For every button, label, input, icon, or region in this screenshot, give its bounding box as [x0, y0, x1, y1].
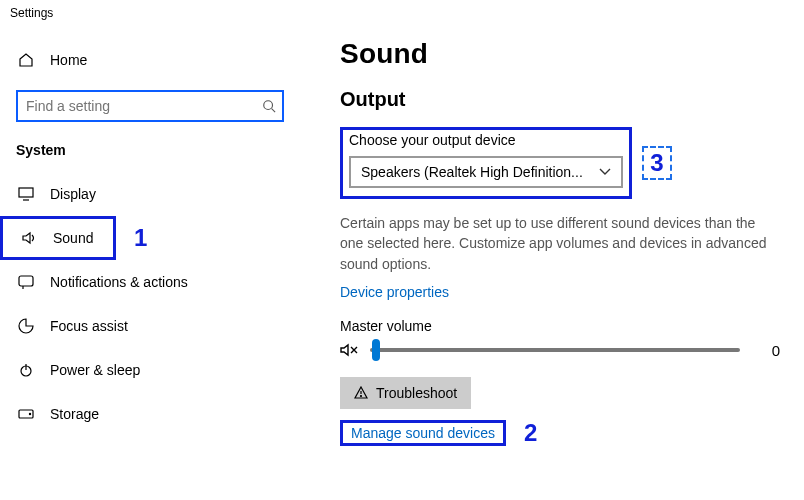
warning-icon: [354, 386, 368, 400]
search-wrap: [16, 90, 284, 122]
annotation-2: 2: [524, 419, 537, 447]
output-section-title: Output: [340, 88, 784, 111]
svg-point-5: [29, 413, 30, 414]
slider-thumb[interactable]: [372, 339, 380, 361]
nav-item-notifications[interactable]: Notifications & actions: [0, 260, 300, 304]
storage-icon: [16, 407, 36, 421]
output-device-select[interactable]: Speakers (Realtek High Definition...: [349, 156, 623, 188]
notifications-icon: [16, 275, 36, 289]
master-volume-value: 0: [750, 342, 780, 359]
nav-item-storage[interactable]: Storage: [0, 392, 300, 436]
master-volume-slider[interactable]: [370, 348, 740, 352]
sidebar-section-label: System: [0, 136, 300, 172]
speaker-muted-icon[interactable]: [340, 342, 360, 358]
nav-home[interactable]: Home: [0, 40, 300, 80]
device-properties-link[interactable]: Device properties: [340, 284, 449, 300]
nav-item-label: Sound: [53, 230, 93, 246]
manage-sound-devices-box: Manage sound devices: [340, 420, 506, 446]
svg-point-6: [361, 395, 362, 396]
app-body: Home System Display: [0, 30, 804, 500]
master-volume-row: 0: [340, 342, 780, 359]
nav-item-label: Focus assist: [50, 318, 128, 334]
nav-item-label: Power & sleep: [50, 362, 140, 378]
page-title: Sound: [340, 38, 784, 70]
manage-row: Manage sound devices 2: [340, 419, 784, 447]
output-device-label: Choose your output device: [349, 132, 623, 148]
svg-rect-2: [19, 276, 33, 286]
nav-item-sound[interactable]: Sound: [0, 216, 116, 260]
home-icon: [16, 52, 36, 68]
annotation-1: 1: [134, 224, 147, 252]
nav-item-label: Notifications & actions: [50, 274, 188, 290]
output-helper-text: Certain apps may be set up to use differ…: [340, 213, 780, 274]
output-device-selected: Speakers (Realtek High Definition...: [361, 164, 583, 180]
nav-item-label: Storage: [50, 406, 99, 422]
master-volume-label: Master volume: [340, 318, 784, 334]
nav-item-focus-assist[interactable]: Focus assist: [0, 304, 300, 348]
window-title: Settings: [0, 0, 804, 30]
nav-list: Display Sound 1: [0, 172, 300, 436]
search-icon: [262, 99, 276, 113]
display-icon: [16, 187, 36, 201]
nav-item-label: Display: [50, 186, 96, 202]
annotation-3: 3: [642, 146, 672, 180]
nav-item-sound-wrapper: Sound 1: [0, 216, 300, 260]
chevron-down-icon: [599, 168, 611, 176]
search-input[interactable]: [16, 90, 284, 122]
output-device-row: Choose your output device Speakers (Real…: [340, 127, 784, 199]
main-content: Sound Output Choose your output device S…: [300, 30, 804, 500]
sound-icon: [19, 231, 39, 245]
svg-point-0: [264, 101, 273, 110]
focus-assist-icon: [16, 318, 36, 334]
troubleshoot-label: Troubleshoot: [376, 385, 457, 401]
nav-home-label: Home: [50, 52, 87, 68]
power-icon: [16, 362, 36, 378]
output-device-group: Choose your output device Speakers (Real…: [340, 127, 632, 199]
sidebar: Home System Display: [0, 30, 300, 500]
nav-item-power-sleep[interactable]: Power & sleep: [0, 348, 300, 392]
svg-rect-1: [19, 188, 33, 197]
manage-sound-devices-link[interactable]: Manage sound devices: [351, 425, 495, 441]
nav-item-display[interactable]: Display: [0, 172, 300, 216]
troubleshoot-button[interactable]: Troubleshoot: [340, 377, 471, 409]
